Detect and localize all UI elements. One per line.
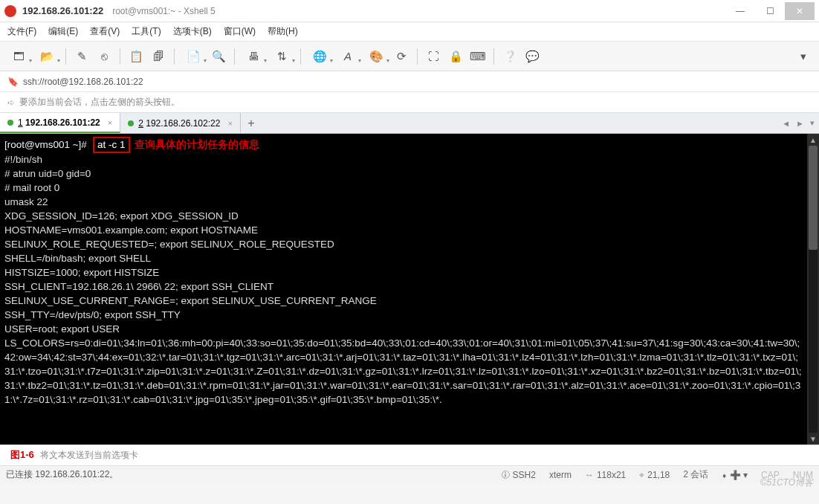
terminal-output[interactable]: [root@vms001 ~]# at -c 1查询具体的计划任务的信息 #!/… xyxy=(0,134,807,445)
terminal-line: SSH_CLIENT=192.168.26.1\ 2966\ 22; expor… xyxy=(4,281,273,292)
terminal-line: HISTSIZE=1000; export HISTSIZE xyxy=(4,267,159,278)
status-size: ↔118x21 xyxy=(585,470,626,480)
app-icon xyxy=(4,5,16,17)
terminal-line: SELINUX_USE_CURRENT_RANGE=; export SELIN… xyxy=(4,295,377,306)
tab-scroll: ◄ ► ▾ xyxy=(777,113,819,133)
terminal-line-lscolors: LS_COLORS=rs=0:di=01\;34:ln=01\;36:mh=00… xyxy=(4,337,802,405)
menu-window[interactable]: 窗口(W) xyxy=(224,25,256,38)
size-icon: ↔ xyxy=(585,470,594,480)
menu-edit[interactable]: 编辑(E) xyxy=(48,25,78,38)
disconnect-icon[interactable]: ⎋ xyxy=(94,47,114,66)
toolbar-overflow-icon[interactable]: ▾ xyxy=(794,47,813,66)
help-icon[interactable]: ❔ xyxy=(500,47,519,66)
terminal-line: #!/bin/sh xyxy=(4,154,42,165)
terminal-line: HOSTNAME=vms001.example.com; export HOST… xyxy=(4,224,258,236)
refresh-icon[interactable]: ⟳ xyxy=(392,47,411,66)
status-sessions: 2 会话 xyxy=(683,468,708,481)
chat-icon[interactable]: 💬 xyxy=(522,47,542,66)
menu-bar: 文件(F) 编辑(E) 查看(V) 工具(T) 选项卡(B) 窗口(W) 帮助(… xyxy=(0,22,819,42)
status-dot-icon xyxy=(7,120,13,126)
tab-label: 192.168.26.102:22 xyxy=(146,118,220,129)
lock-small-icon: 🛈 xyxy=(501,470,510,480)
menu-view[interactable]: 查看(V) xyxy=(90,25,120,38)
keyboard-icon[interactable]: ⌨ xyxy=(468,47,488,66)
open-session-icon[interactable]: 📂▾ xyxy=(34,47,59,66)
status-connected: 已连接 192.168.26.101:22。 xyxy=(6,468,118,481)
tab-index: 1 xyxy=(18,117,23,128)
terminal-line: SSH_TTY=/dev/pts/0; export SSH_TTY xyxy=(4,309,181,320)
lock-icon[interactable]: 🔒 xyxy=(446,47,465,66)
figure-label: 图1-6 xyxy=(10,448,34,462)
hint-text: 要添加当前会话，点击左侧的箭头按钮。 xyxy=(19,96,180,109)
paste-icon[interactable]: 📄▾ xyxy=(181,47,206,66)
terminal-pane: [root@vms001 ~]# at -c 1查询具体的计划任务的信息 #!/… xyxy=(0,134,819,445)
terminal-line: umask 22 xyxy=(4,196,48,207)
terminal-line: # atrun uid=0 gid=0 xyxy=(4,168,91,179)
status-overflow[interactable]: ⬧ ➕ ▾ xyxy=(722,470,748,480)
watermark: ©51CTO博客 xyxy=(760,476,813,489)
status-termtype: xterm xyxy=(549,470,572,480)
terminal-line: SHELL=/bin/bash; export SHELL xyxy=(4,253,151,264)
separator xyxy=(174,48,175,65)
copy-icon[interactable]: 🗐 xyxy=(149,47,168,66)
transfer-icon[interactable]: ⇅▾ xyxy=(269,47,294,66)
minimize-button[interactable]: — xyxy=(725,2,755,20)
address-url[interactable]: ssh://root@192.168.26.101:22 xyxy=(23,77,143,87)
globe-icon[interactable]: 🌐▾ xyxy=(307,47,332,66)
separator xyxy=(300,48,301,65)
status-dot-icon xyxy=(128,120,134,126)
separator xyxy=(120,48,120,65)
terminal-line: SELINUX_ROLE_REQUESTED=; export SELINUX_… xyxy=(4,239,334,250)
font-icon[interactable]: A▾ xyxy=(335,47,360,66)
properties-icon[interactable]: 📋 xyxy=(126,47,146,66)
status-protocol: 🛈SSH2 xyxy=(501,470,536,480)
status-cursor: ⌖21,18 xyxy=(639,470,670,480)
terminal-line: # mail root 0 xyxy=(4,182,59,193)
scroll-down-icon[interactable]: ▼ xyxy=(807,433,819,445)
find-icon[interactable]: 🔍 xyxy=(209,47,228,66)
tab-scroll-left-icon[interactable]: ◄ xyxy=(782,119,790,128)
tab-menu-icon[interactable]: ▾ xyxy=(810,118,815,128)
scroll-up-icon[interactable]: ▲ xyxy=(807,134,819,146)
separator xyxy=(234,48,235,65)
terminal-prompt: [root@vms001 ~]# xyxy=(4,139,87,150)
menu-file[interactable]: 文件(F) xyxy=(7,25,36,38)
tab-index: 2 xyxy=(138,118,143,129)
separator xyxy=(417,48,418,65)
bookmark-icon[interactable]: 🔖 xyxy=(7,77,19,87)
new-session-icon[interactable]: 🗔▾ xyxy=(6,47,31,66)
window-title-sub: root@vms001:~ - Xshell 5 xyxy=(112,6,216,16)
window-title-host: 192.168.26.101:22 xyxy=(22,5,103,16)
terminal-command-highlight: at -c 1 xyxy=(93,137,130,153)
color-icon[interactable]: 🎨▾ xyxy=(363,47,389,66)
terminal-scrollbar[interactable]: ▲ ▼ xyxy=(807,134,819,445)
close-icon[interactable]: × xyxy=(227,119,232,128)
print-icon[interactable]: 🖶▾ xyxy=(241,47,266,66)
title-bar: 192.168.26.101:22 root@vms001:~ - Xshell… xyxy=(0,0,819,22)
tab-label: 192.168.26.101:22 xyxy=(25,117,100,128)
fullscreen-icon[interactable]: ⛶ xyxy=(424,47,443,66)
compose-bar[interactable]: 图1-6 将文本发送到当前选项卡 xyxy=(0,445,819,465)
menu-tabs[interactable]: 选项卡(B) xyxy=(173,25,212,38)
terminal-line: XDG_SESSION_ID=126; export XDG_SESSION_I… xyxy=(4,210,239,222)
session-tab-1[interactable]: 1 192.168.26.101:22 × xyxy=(0,113,120,133)
tab-scroll-right-icon[interactable]: ► xyxy=(796,119,804,128)
close-icon[interactable]: × xyxy=(108,118,112,127)
separator xyxy=(493,48,494,65)
add-tab-button[interactable]: + xyxy=(241,113,262,133)
address-bar: 🔖 ssh://root@192.168.26.101:22 xyxy=(0,71,819,92)
close-button[interactable]: ✕ xyxy=(785,2,815,20)
session-tab-bar: 1 192.168.26.101:22 × 2 192.168.26.102:2… xyxy=(0,113,819,134)
reconnect-icon[interactable]: ✎ xyxy=(72,47,91,66)
maximize-button[interactable]: ☐ xyxy=(755,2,785,20)
cursor-icon: ⌖ xyxy=(639,470,644,480)
compose-placeholder: 将文本发送到当前选项卡 xyxy=(40,449,138,462)
terminal-annotation: 查询具体的计划任务的信息 xyxy=(135,139,259,150)
menu-tools[interactable]: 工具(T) xyxy=(132,25,161,38)
session-tab-2[interactable]: 2 192.168.26.102:22 × xyxy=(120,113,241,133)
arrow-icon[interactable]: ➪ xyxy=(7,97,15,108)
separator xyxy=(65,48,66,65)
menu-help[interactable]: 帮助(H) xyxy=(268,25,298,38)
terminal-line: USER=root; export USER xyxy=(4,323,120,335)
scroll-thumb[interactable] xyxy=(809,146,818,250)
